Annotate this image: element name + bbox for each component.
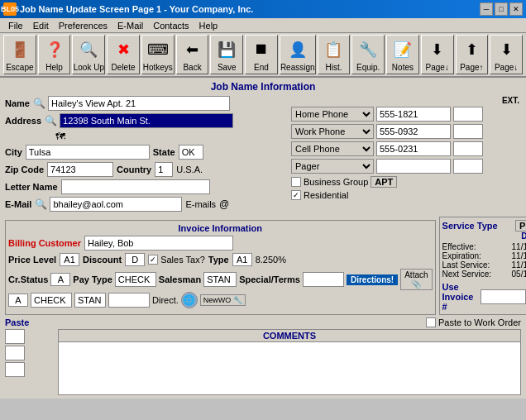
- stan-input[interactable]: [74, 293, 106, 308]
- newwo-button[interactable]: NewWO 🔧: [200, 294, 246, 306]
- letter-name-row: Letter Name: [5, 179, 286, 194]
- end-button[interactable]: ⏹ End: [245, 35, 278, 74]
- comments-textarea[interactable]: [59, 342, 520, 392]
- attach-button[interactable]: Attach 📎: [400, 269, 432, 290]
- pagedown1-button[interactable]: ⬇ Page↓: [421, 35, 454, 74]
- menu-help[interactable]: Help: [194, 20, 223, 31]
- name-search-icon[interactable]: 🔍: [33, 98, 45, 109]
- address-input[interactable]: [60, 113, 233, 128]
- city-input[interactable]: [26, 145, 150, 160]
- pagedown2-label: Page↓: [495, 63, 518, 72]
- paste-to-wo-check[interactable]: Paste to Work Order: [426, 317, 521, 327]
- pageup-button[interactable]: ⬆ Page↑: [456, 35, 489, 74]
- end-label: End: [254, 63, 269, 72]
- email-input[interactable]: [50, 197, 182, 212]
- menu-edit[interactable]: Edit: [28, 20, 54, 31]
- address-search-icon[interactable]: 🔍: [45, 115, 56, 126]
- work-phone-ext[interactable]: [453, 124, 483, 139]
- pagedown2-button[interactable]: ⬇ Page↓: [490, 35, 523, 74]
- window-controls[interactable]: ─ □ ✕: [480, 2, 523, 16]
- delete-button[interactable]: ✖ Delete: [107, 35, 140, 74]
- service-type-badge: PMA: [515, 220, 526, 231]
- save-button[interactable]: 💾 Save: [210, 35, 243, 74]
- lookup-button[interactable]: 🔍 Look Up: [72, 35, 105, 74]
- salesman-input[interactable]: [203, 272, 237, 287]
- equip-icon: 🔧: [356, 38, 380, 61]
- escape-button[interactable]: 🚪 Escape: [3, 35, 36, 74]
- help-label: Help: [45, 63, 63, 72]
- menu-file[interactable]: File: [3, 20, 28, 31]
- cr-status-label: Cr.Status: [8, 274, 48, 284]
- expiration-value: 11/15/20: [512, 251, 526, 260]
- zip-input[interactable]: [47, 162, 113, 177]
- pager-input[interactable]: [376, 159, 451, 174]
- notes-label: Notes: [392, 63, 414, 72]
- sales-tax-checkbox[interactable]: [148, 255, 158, 265]
- menu-contacts[interactable]: Contacts: [148, 20, 194, 31]
- pagedown1-icon: ⬇: [426, 38, 449, 61]
- service-section: Service Type PMA Dates Effective: 11/15/…: [439, 217, 526, 315]
- paste-box-1[interactable]: [5, 329, 25, 344]
- hist-icon: 📋: [322, 38, 345, 61]
- paste-to-wo-checkbox[interactable]: [426, 317, 436, 327]
- price-level-input[interactable]: [60, 253, 79, 266]
- letter-name-label: Letter Name: [5, 182, 58, 192]
- notes-button[interactable]: 📝 Notes: [386, 35, 419, 74]
- hist-button[interactable]: 📋 Hist.: [318, 35, 351, 74]
- email-search-icon[interactable]: 🔍: [35, 198, 46, 210]
- email-label: E-Mail: [5, 199, 31, 209]
- city-row: City State: [5, 145, 286, 160]
- home-phone-input[interactable]: [376, 107, 451, 122]
- home-phone-ext[interactable]: [453, 107, 483, 122]
- work-phone-select[interactable]: Work Phone: [291, 124, 374, 139]
- back-icon: ⬅: [181, 38, 204, 61]
- cr-status2-input[interactable]: [8, 294, 28, 307]
- globe-button[interactable]: 🌐: [181, 292, 198, 308]
- special-terms-input[interactable]: [303, 272, 344, 287]
- billing-customer-input[interactable]: [84, 236, 233, 251]
- cell-phone-ext[interactable]: [453, 141, 483, 156]
- pager-select[interactable]: Pager: [291, 159, 374, 174]
- lookup-label: Look Up: [74, 63, 104, 72]
- cell-phone-input[interactable]: [376, 141, 451, 156]
- next-service-label: Next Service:: [442, 270, 491, 279]
- minimize-button[interactable]: ─: [480, 2, 493, 16]
- use-invoice-input[interactable]: [481, 289, 526, 304]
- special-terms2-input[interactable]: [108, 293, 150, 308]
- cr-status-input[interactable]: [50, 273, 70, 286]
- back-button[interactable]: ⬅ Back: [176, 35, 209, 74]
- name-input[interactable]: [48, 96, 230, 111]
- emails-icon[interactable]: @: [219, 198, 231, 210]
- home-phone-select[interactable]: Home Phone: [291, 107, 374, 122]
- sales-tax-check[interactable]: Sales Tax?: [148, 255, 205, 265]
- discount-input[interactable]: [125, 253, 145, 266]
- address-map-icon[interactable]: 🗺: [55, 131, 67, 142]
- paste-box-2[interactable]: [5, 346, 25, 360]
- equip-button[interactable]: 🔧 Equip.: [351, 35, 385, 74]
- directions-button[interactable]: Directions!: [347, 274, 398, 285]
- hotkeys-button[interactable]: ⌨ Hotkeys: [141, 35, 175, 74]
- next-service-value: 05/13/20: [512, 270, 526, 279]
- work-phone-input[interactable]: [376, 124, 451, 139]
- country-code-input[interactable]: [155, 162, 173, 177]
- check-input[interactable]: [31, 293, 72, 308]
- pager-ext[interactable]: [453, 159, 483, 174]
- paste-box-3[interactable]: [5, 362, 25, 377]
- cell-phone-select[interactable]: Cell Phone: [291, 141, 374, 156]
- residential-check[interactable]: Residential: [291, 190, 348, 200]
- help-button[interactable]: ❓ Help: [38, 35, 71, 74]
- type-input[interactable]: [232, 253, 252, 266]
- business-group-check[interactable]: Business Group: [291, 177, 368, 187]
- business-group-checkbox[interactable]: [291, 177, 301, 187]
- notes-icon: 📝: [391, 38, 414, 61]
- state-input[interactable]: [179, 145, 203, 160]
- reassign-button[interactable]: 👤 Reassign: [280, 35, 316, 74]
- maximize-button[interactable]: □: [495, 2, 508, 16]
- close-button[interactable]: ✕: [509, 2, 523, 16]
- pay-type-input[interactable]: [115, 272, 156, 287]
- letter-name-input[interactable]: [61, 179, 210, 194]
- residential-checkbox[interactable]: [291, 190, 301, 200]
- menu-preferences[interactable]: Preferences: [54, 20, 112, 31]
- menu-email[interactable]: E-Mail: [112, 20, 148, 31]
- special-terms-label: Special/Terms: [239, 274, 300, 284]
